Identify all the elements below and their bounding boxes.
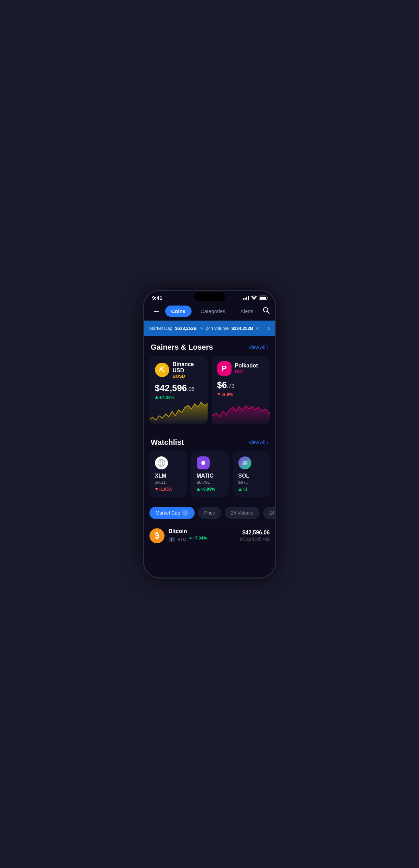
gainers-losers-header: Gainers & Losers View All › xyxy=(144,336,275,356)
watchlist-chevron-icon: › xyxy=(267,440,269,445)
status-icons xyxy=(243,296,267,300)
bitcoin-symbol: BTC xyxy=(178,537,186,542)
dot-logo: P xyxy=(217,361,232,376)
bitcoin-list-item[interactable]: ₿ Bitcoin 1 BTC +7.34% $42,596.06 xyxy=(144,523,275,548)
signal-bars-icon xyxy=(243,296,249,300)
bitcoin-change: +7.34% xyxy=(189,536,207,541)
xlm-change: -1.85% xyxy=(155,487,182,492)
matic-logo xyxy=(197,456,210,469)
nav-bar: ← Coins Categories Alerts xyxy=(144,302,275,321)
sol-logo xyxy=(238,456,251,469)
bitcoin-prices: $42,596.06 MCap $835.44B xyxy=(240,530,270,542)
battery-icon xyxy=(259,296,267,300)
sort-tabs: Market Cap ↓ Price 24 Volume 24 Change xyxy=(144,503,275,523)
dot-chart xyxy=(212,397,270,424)
watchlist-title: Watchlist xyxy=(151,438,184,447)
bitcoin-logo: ₿ xyxy=(149,528,165,543)
market-cap-label: Market Cap xyxy=(149,326,172,331)
battery-fill xyxy=(260,297,266,299)
svg-line-1 xyxy=(267,312,270,314)
xlm-watchlist-card[interactable]: XLM $0.11 -1.85% xyxy=(149,451,187,497)
sol-price: $97,... xyxy=(238,480,265,485)
market-cap-value: $533,252B xyxy=(175,326,197,331)
watchlist-cards: XLM $0.11 -1.85% MATIC xyxy=(144,451,275,503)
bitcoin-rank: 1 xyxy=(169,537,175,542)
dot-price-decimal: .73 xyxy=(227,383,234,389)
sol-triangle-icon xyxy=(238,488,242,491)
matic-watchlist-card[interactable]: MATIC $0.791 +8.93% xyxy=(191,451,229,497)
dot-price-whole: $6 xyxy=(217,380,227,390)
tab-categories[interactable]: Categories xyxy=(194,306,232,317)
busd-chart xyxy=(149,397,208,424)
watchlist-section: Watchlist View All › XLM xyxy=(144,430,275,503)
busd-price-decimal: .06 xyxy=(187,386,194,392)
dot-name: Polkadot xyxy=(235,363,258,369)
notch xyxy=(189,291,230,302)
infinity-icon-2: ∞ xyxy=(256,325,259,331)
bitcoin-mcap: MCap $835.44B xyxy=(240,537,270,542)
sol-symbol: SOL xyxy=(238,473,265,479)
status-time: 9:41 xyxy=(152,295,162,301)
gainers-losers-title: Gainers & Losers xyxy=(151,343,213,352)
xlm-triangle-icon xyxy=(155,488,158,491)
dot-change: -3.9% xyxy=(217,392,264,397)
infinity-icon: ∞ xyxy=(199,325,203,331)
sol-change: +1. xyxy=(238,487,265,492)
busd-price-whole: $42,596 xyxy=(155,383,187,393)
dot-card[interactable]: P Polkadot DOT $6.73 -3.9% xyxy=(212,356,270,424)
sort-tab-volume[interactable]: 24 Volume xyxy=(225,507,260,519)
dot-price: $6.73 xyxy=(217,380,264,390)
matic-change: +8.93% xyxy=(197,487,223,492)
back-button[interactable]: ← xyxy=(151,306,162,317)
signal-bar-4 xyxy=(248,296,249,300)
busd-card[interactable]: Binance USD BUSD $42,596.06 +7.34% xyxy=(149,356,208,424)
notch-pill xyxy=(194,292,225,301)
busd-logo xyxy=(155,363,169,377)
xlm-price: $0.11 xyxy=(155,480,182,485)
bitcoin-meta: 1 BTC +7.34% xyxy=(169,536,240,543)
triangle-down-icon xyxy=(217,393,221,396)
chevron-right-icon: › xyxy=(267,345,269,350)
gainers-losers-cards: Binance USD BUSD $42,596.06 +7.34% xyxy=(144,356,275,430)
search-button[interactable] xyxy=(262,307,270,316)
signal-bar-1 xyxy=(243,298,244,300)
gainers-losers-view-all[interactable]: View All › xyxy=(249,345,268,350)
dot-card-header: P Polkadot DOT xyxy=(217,361,264,376)
matic-symbol: MATIC xyxy=(197,473,223,479)
market-banner[interactable]: Market Cap $533,252B ∞ 24h volume $234,2… xyxy=(144,321,275,336)
sort-tab-change[interactable]: 24 Change xyxy=(263,507,275,519)
bitcoin-name: Bitcoin xyxy=(169,528,240,534)
xlm-symbol: XLM xyxy=(155,473,182,479)
matic-triangle-icon xyxy=(197,488,200,491)
watchlist-header: Watchlist View All › xyxy=(144,431,275,451)
market-banner-text: Market Cap $533,252B ∞ 24h volume $234,2… xyxy=(149,325,265,331)
bitcoin-price: $42,596.06 xyxy=(240,530,270,536)
bitcoin-info: Bitcoin 1 BTC +7.34% xyxy=(169,528,240,543)
wifi-icon xyxy=(251,296,257,300)
banner-chevron-icon: › xyxy=(268,325,270,332)
matic-price: $0.791 xyxy=(197,480,223,485)
sort-tab-price[interactable]: Price xyxy=(198,507,221,519)
sort-arrow-icon: ↓ xyxy=(182,510,188,516)
dot-symbol: DOT xyxy=(235,369,258,374)
sol-watchlist-card[interactable]: SOL $97,... +1. xyxy=(233,451,271,497)
phone-screen[interactable]: 9:41 ← Coins Categories Al xyxy=(144,291,275,578)
btc-triangle-icon xyxy=(189,537,192,539)
volume-label: 24h volume xyxy=(206,326,228,331)
sort-tab-market-cap[interactable]: Market Cap ↓ xyxy=(149,507,195,519)
busd-name: Binance USD xyxy=(173,361,202,374)
tab-coins[interactable]: Coins xyxy=(165,306,192,317)
watchlist-view-all[interactable]: View All › xyxy=(249,440,268,445)
busd-price: $42,596.06 xyxy=(155,383,202,393)
volume-value: $234,252B xyxy=(232,326,253,331)
tab-alerts[interactable]: Alerts xyxy=(234,306,260,317)
xlm-logo xyxy=(155,456,168,469)
busd-card-header: Binance USD BUSD xyxy=(155,361,202,379)
coin-list: ₿ Bitcoin 1 BTC +7.34% $42,596.06 xyxy=(144,523,275,548)
phone-frame: 9:41 ← Coins Categories Al xyxy=(143,290,276,579)
busd-symbol: BUSD xyxy=(173,374,202,379)
signal-bar-3 xyxy=(246,297,247,300)
signal-bar-2 xyxy=(245,298,246,300)
